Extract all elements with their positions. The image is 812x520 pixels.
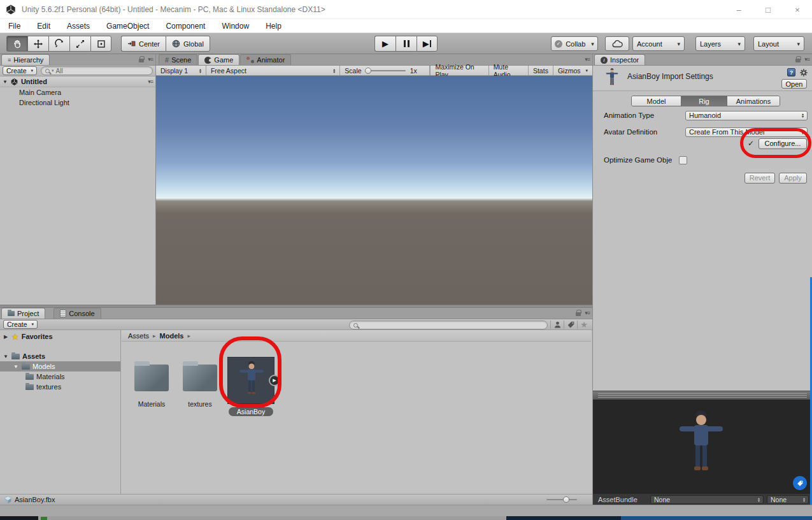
hierarchy-item-directional-light[interactable]: Directional Light [0, 98, 155, 108]
scale-thumb[interactable] [365, 68, 371, 74]
animation-type-dropdown[interactable]: Humanoid ▴▾ [685, 111, 808, 120]
crumb-models[interactable]: Models [160, 332, 184, 340]
project-create-button[interactable]: Create▾ [3, 320, 38, 329]
menu-assets[interactable]: Assets [59, 22, 98, 31]
layers-dropdown[interactable]: Layers▾ [695, 36, 745, 51]
folder-icon [134, 365, 169, 391]
maximize-button[interactable]: □ [753, 0, 783, 19]
tree-favorites[interactable]: ▶ ★ Favorites [0, 331, 120, 342]
rotate-tool-button[interactable] [48, 36, 69, 52]
scene-menu-icon[interactable]: ▾≡ [148, 78, 153, 85]
animation-type-label: Animation Type [604, 112, 654, 119]
tree-textures[interactable]: textures [0, 382, 120, 392]
asset-folder-textures[interactable] [183, 365, 217, 391]
menu-component[interactable]: Component [157, 22, 213, 31]
maximize-on-play-button[interactable]: Maximize On Play [430, 66, 488, 75]
optimize-game-object-checkbox[interactable] [679, 156, 687, 164]
tab-console[interactable]: Console [53, 308, 101, 319]
assetbundle-dropdown[interactable]: None ▴▾ [650, 495, 764, 504]
configure-button[interactable]: Configure... [759, 138, 807, 149]
expand-asset-icon[interactable]: ▶ [269, 375, 280, 386]
favorite-search-button[interactable]: ★ [577, 321, 590, 329]
zoom-slider-track[interactable] [546, 499, 577, 500]
scale-slider[interactable]: Scale 1x [340, 66, 430, 75]
project-tab-icon [8, 311, 15, 316]
preview-resize-handle[interactable] [593, 391, 812, 400]
pause-button[interactable] [395, 36, 417, 52]
account-dropdown[interactable]: Account▾ [632, 36, 685, 51]
aspect-dropdown[interactable]: Free Aspect ▴▾ [206, 66, 340, 75]
asset-asianboy[interactable] [227, 357, 274, 404]
stats-button[interactable]: Stats [528, 66, 553, 75]
close-button[interactable]: × [783, 0, 812, 19]
step-button[interactable]: ▶ [417, 36, 438, 52]
tree-materials[interactable]: Materials [0, 372, 120, 382]
assetbundle-variant-dropdown[interactable]: None ▴▾ [767, 495, 809, 504]
minimize-button[interactable]: – [724, 0, 753, 19]
tab-hierarchy[interactable]: ≡ Hierarchy [1, 54, 50, 65]
pivot-center-button[interactable]: Center [121, 36, 166, 52]
tab-scene[interactable]: # Scene [159, 54, 197, 65]
cloud-button[interactable] [605, 36, 629, 51]
mute-audio-button[interactable]: Mute Audio [488, 66, 528, 75]
space-global-button[interactable]: Global [166, 36, 210, 52]
hierarchy-panel: ≡ Hierarchy ▾≡ Create▾ ▾ All ▼ Untitled … [0, 54, 156, 305]
asianboy-thumb-model [238, 361, 266, 401]
move-tool-button[interactable] [27, 36, 48, 52]
layout-dropdown[interactable]: Layout▾ [753, 36, 804, 51]
tag-badge-icon[interactable] [793, 476, 807, 490]
tab-inspector[interactable]: i Inspector [594, 54, 645, 65]
panel-menu-icon[interactable]: ▾≡ [585, 56, 590, 62]
tree-models-selected[interactable]: ▼ Models [0, 361, 120, 372]
scene-row-untitled[interactable]: ▼ Untitled ▾≡ [0, 76, 155, 87]
revert-button[interactable]: Revert [744, 173, 775, 184]
tab-animator[interactable]: Animator [240, 54, 291, 65]
rect-tool-button[interactable] [90, 36, 111, 52]
menu-file[interactable]: File [0, 22, 29, 31]
display-dropdown[interactable]: Display 1 ▴▾ [156, 66, 206, 75]
tab-project[interactable]: Project [1, 308, 45, 319]
scale-tool-button[interactable] [69, 36, 90, 52]
panel-menu-icon[interactable]: ▾≡ [804, 56, 809, 62]
hierarchy-search-input[interactable]: ▾ All [41, 66, 153, 75]
tab-model[interactable]: Model [632, 96, 681, 106]
tab-animations[interactable]: Animations [727, 96, 780, 106]
rect-icon [96, 39, 106, 49]
menu-help[interactable]: Help [257, 22, 290, 31]
lock-icon[interactable] [139, 59, 144, 62]
panel-menu-icon[interactable]: ▾≡ [148, 56, 153, 62]
hierarchy-create-button[interactable]: Create▾ [3, 66, 37, 75]
lock-icon[interactable] [576, 312, 581, 316]
pivot-label: Center [139, 40, 160, 48]
play-icon: ▶ [382, 39, 388, 48]
hierarchy-item-main-camera[interactable]: Main Camera [0, 87, 155, 98]
lock-icon[interactable] [795, 59, 801, 62]
open-button[interactable]: Open [781, 79, 807, 89]
zoom-slider-thumb[interactable] [563, 496, 569, 503]
gear-icon[interactable] [799, 68, 808, 77]
project-search-input[interactable] [349, 321, 548, 329]
collab-dropdown[interactable]: ✓ Collab ▾ [551, 36, 598, 51]
game-view[interactable] [156, 76, 592, 305]
search-by-type-button[interactable] [550, 321, 564, 329]
scale-track[interactable] [366, 70, 406, 71]
tab-rig[interactable]: Rig [681, 96, 727, 106]
avatar-definition-label: Avatar Definition [604, 128, 657, 136]
gizmos-dropdown[interactable]: Gizmos▾ [553, 66, 592, 75]
tab-game[interactable]: Game [198, 54, 239, 65]
search-by-label-button[interactable] [564, 321, 577, 329]
menu-gameobject[interactable]: GameObject [98, 22, 157, 31]
panel-menu-icon[interactable]: ▾≡ [585, 310, 590, 316]
menu-window[interactable]: Window [213, 22, 257, 31]
avatar-definition-dropdown[interactable]: Create From This Model ▴▾ [685, 127, 808, 137]
menu-edit[interactable]: Edit [29, 22, 59, 31]
crumb-assets[interactable]: Assets [128, 332, 149, 340]
search-icon [353, 323, 358, 328]
model-preview[interactable] [593, 400, 812, 494]
apply-button[interactable]: Apply [779, 173, 807, 184]
hand-tool-button[interactable] [6, 36, 27, 52]
help-icon[interactable]: ? [787, 68, 795, 76]
asset-folder-materials[interactable] [134, 365, 169, 391]
play-button[interactable]: ▶ [374, 36, 395, 52]
tree-assets[interactable]: ▼ Assets [0, 351, 120, 361]
